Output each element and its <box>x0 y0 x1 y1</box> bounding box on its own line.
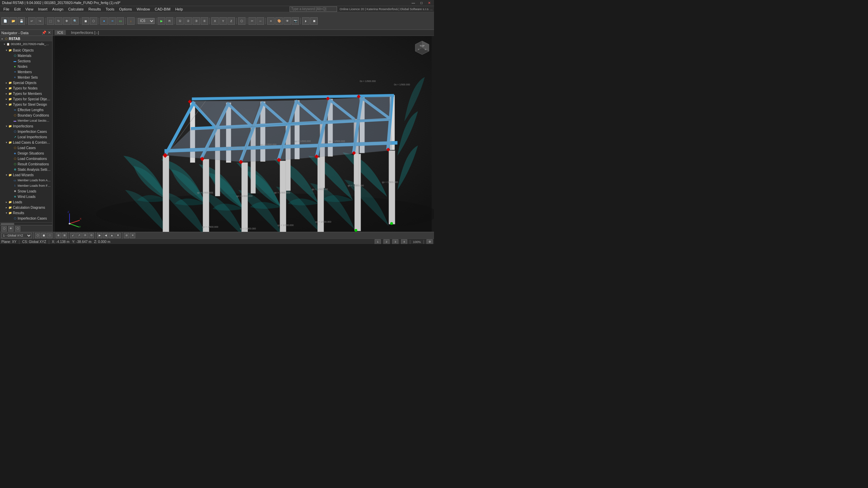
tree-load-combinations[interactable]: ⬡ Load Combinations <box>0 156 52 161</box>
coord-system-dropdown[interactable]: 1 - Global XYZ <box>1 233 32 238</box>
menu-assign[interactable]: Assign <box>50 7 65 12</box>
nav-btn-3[interactable]: ⬡ <box>15 226 20 231</box>
tb-view3[interactable]: ③ <box>193 17 200 25</box>
tb-surface[interactable]: ▭ <box>117 17 124 25</box>
tree-loads[interactable]: ▸ 📁 Loads <box>0 199 52 205</box>
bb-3[interactable]: ⟳ <box>82 233 88 238</box>
bb-8[interactable]: ▼ <box>115 233 121 238</box>
tb-view2[interactable]: ② <box>184 17 192 25</box>
tb-iso[interactable]: ⬡ <box>238 17 245 25</box>
view-mode-1[interactable]: ⬡ <box>35 233 40 238</box>
nav-pin-btn[interactable]: 📌 <box>42 30 46 35</box>
status-icon-4[interactable]: 4 <box>401 239 407 244</box>
maximize-btn[interactable]: □ <box>419 1 424 5</box>
tb-load[interactable]: ↓ <box>127 17 135 25</box>
tree-basic-objects[interactable]: ▾ 📁 Basic Objects <box>0 47 52 53</box>
tb-select[interactable]: ⬚ <box>47 17 54 25</box>
status-icon-3[interactable]: 3 <box>392 239 398 244</box>
tree-local-imperfections[interactable]: ↗ Local Imperfections <box>0 134 52 140</box>
view-mode-2[interactable]: ◼ <box>41 233 46 238</box>
window-controls[interactable]: — □ ✕ <box>410 1 432 5</box>
bb-5[interactable]: ▶ <box>97 233 102 238</box>
tree-special-objects[interactable]: ▸ 📁 Special Objects <box>0 80 52 85</box>
tree-snow-loads[interactable]: ❄ Snow Loads <box>0 188 52 194</box>
tree-types-special[interactable]: ▸ 📁 Types for Special Objects <box>0 96 52 102</box>
tb-zview[interactable]: Z <box>228 17 235 25</box>
tb-stop[interactable]: ⏹ <box>310 17 318 25</box>
tree-area-load[interactable]: ▭ Member Loads from Area Load <box>0 178 52 183</box>
viewport[interactable]: IC6 Imperfections [--] <box>53 30 434 232</box>
tree-static-analysis[interactable]: ⚙ Static Analysis Settings <box>0 167 52 172</box>
grid-btn[interactable]: ⊞ <box>62 233 67 238</box>
tree-boundary-cond[interactable]: ⬡ Boundary Conditions <box>0 113 52 118</box>
tree-results-ic[interactable]: ⬡ Imperfection Cases <box>0 216 52 221</box>
tree-member-local-section[interactable]: ▬ Member Local Section Reductions <box>0 118 52 123</box>
search-input[interactable] <box>290 6 337 12</box>
tree-imperfection-cases[interactable]: ⬡ Imperfection Cases <box>0 129 52 134</box>
tb-animate[interactable]: ⏵ <box>302 17 310 25</box>
tree-materials[interactable]: ⬡ Materials <box>0 53 52 58</box>
tree-members[interactable]: ━ Members <box>0 69 52 75</box>
tree-wind-loads[interactable]: ≋ Wind Loads <box>0 194 52 199</box>
expand-file-icon[interactable]: ▾ <box>3 42 6 46</box>
tree-types-members[interactable]: ▸ 📁 Types for Members <box>0 91 52 96</box>
tb-rotate[interactable]: ↻ <box>55 17 62 25</box>
bb-6[interactable]: ◀ <box>103 233 108 238</box>
menu-tools[interactable]: Tools <box>103 7 116 12</box>
minimize-btn[interactable]: — <box>410 1 416 5</box>
menu-results[interactable]: Results <box>86 7 103 12</box>
menu-edit[interactable]: Edit <box>12 7 23 12</box>
viewport-tab[interactable]: IC6 <box>55 30 66 35</box>
tree-load-cases[interactable]: ⬡ Load Cases <box>0 145 52 150</box>
tb-undo[interactable]: ↩ <box>28 17 36 25</box>
tb-zoom[interactable]: 🔍 <box>71 17 79 25</box>
status-icon-2[interactable]: 2 <box>383 239 390 244</box>
load-case-dropdown[interactable]: IC6 <box>138 18 155 24</box>
tb-properties[interactable]: ≡ <box>267 17 275 25</box>
tb-xview[interactable]: X <box>211 17 219 25</box>
tb-render[interactable]: ◼ <box>82 17 89 25</box>
tree-sections[interactable]: ▬ Sections <box>0 58 52 64</box>
tb-results-on[interactable]: R <box>166 17 173 25</box>
status-settings[interactable]: ⚙ <box>427 239 433 244</box>
tb-new[interactable]: 📄 <box>1 17 9 25</box>
view-mode-3[interactable]: □ <box>47 233 53 238</box>
tb-view1[interactable]: ① <box>176 17 184 25</box>
tb-pan[interactable]: ✥ <box>63 17 71 25</box>
tree-result-combinations[interactable]: ⬡ Result Combinations <box>0 161 52 167</box>
status-icon-1[interactable]: 1 <box>375 239 381 244</box>
expand-icon[interactable]: ▸ <box>1 37 4 40</box>
nav-scrollbar-h[interactable] <box>0 222 52 225</box>
tree-types-steel[interactable]: ▾ 📁 Types for Steel Design <box>0 102 52 107</box>
tree-calc-diagrams[interactable]: ▸ 📁 Calculation Diagrams <box>0 205 52 210</box>
3d-scene[interactable]: qo = 1/900.000 qo = 1/900.000 qo = 1/900… <box>53 36 434 232</box>
tb-save[interactable]: 💾 <box>18 17 25 25</box>
tb-dimension[interactable]: ↔ <box>257 17 264 25</box>
close-btn[interactable]: ✕ <box>427 1 432 5</box>
tb-calculate[interactable]: ▶ <box>158 17 165 25</box>
menu-calculate[interactable]: Calculate <box>66 7 86 12</box>
menu-window[interactable]: Window <box>135 7 152 12</box>
tb-section-cut[interactable]: ✂ <box>249 17 256 25</box>
tb-display[interactable]: 👁 <box>283 17 291 25</box>
tree-nodes[interactable]: ● Nodes <box>0 64 52 69</box>
tb-color[interactable]: 🎨 <box>275 17 283 25</box>
tree-load-wizards[interactable]: ▾ 📁 Load Wizards <box>0 172 52 178</box>
tb-redo[interactable]: ↪ <box>36 17 44 25</box>
snap-btn[interactable]: ⊕ <box>56 233 61 238</box>
tree-root-file[interactable]: ▾ 📋 001083_20170920-Halle_FUND Pro_ferti… <box>0 41 52 47</box>
tb-view4[interactable]: ④ <box>201 17 208 25</box>
tb-screenshot[interactable]: 📷 <box>292 17 299 25</box>
tree-member-sets[interactable]: ≡ Member Sets <box>0 75 52 80</box>
bb-10[interactable]: ✕ <box>130 233 135 238</box>
tb-member[interactable]: ━ <box>108 17 116 25</box>
nav-btn-1[interactable]: ⬡ <box>1 226 7 231</box>
tree-free-line-load[interactable]: ⌇ Member Loads from Free Line Load <box>0 183 52 188</box>
tree-results[interactable]: ▾ 📁 Results <box>0 210 52 216</box>
tb-open[interactable]: 📂 <box>9 17 17 25</box>
menu-view[interactable]: View <box>23 7 36 12</box>
bb-7[interactable]: ▲ <box>109 233 115 238</box>
tb-node[interactable]: ● <box>100 17 108 25</box>
menu-insert[interactable]: Insert <box>36 7 50 12</box>
nav-close-btn[interactable]: ✕ <box>48 30 51 35</box>
